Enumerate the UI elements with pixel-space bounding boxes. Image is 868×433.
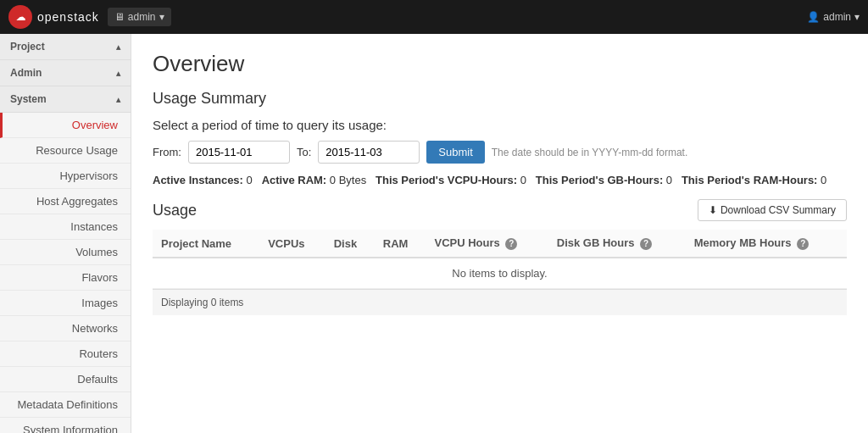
col-vcpu-hours: VCPU Hours ? xyxy=(426,230,548,258)
logo-icon: ☁ xyxy=(8,5,32,29)
from-label: From: xyxy=(153,146,181,158)
admin-menu-button[interactable]: 🖥 admin ▾ xyxy=(108,8,171,26)
sidebar-item-images[interactable]: Images xyxy=(0,291,131,316)
date-hint: The date should be in YYYY-mm-dd format. xyxy=(492,147,687,158)
usage-table: Project Name VCPUs Disk RAM VCPU Hours ?… xyxy=(153,230,847,289)
ram-hours-label: This Period's RAM-Hours: xyxy=(682,174,818,186)
col-disk: Disk xyxy=(326,230,375,258)
no-items-row: No items to display. xyxy=(153,258,847,289)
col-memory-mb-hours: Memory MB Hours ? xyxy=(686,230,847,258)
admin-menu-caret: ▾ xyxy=(159,11,164,23)
sidebar-item-resource-usage[interactable]: Resource Usage xyxy=(0,138,131,164)
sidebar-item-host-aggregates[interactable]: Host Aggregates xyxy=(0,189,131,214)
sidebar-item-system-information[interactable]: System Information xyxy=(0,418,131,433)
sidebar-item-volumes[interactable]: Volumes xyxy=(0,240,131,265)
col-disk-gb-hours: Disk GB Hours ? xyxy=(548,230,686,258)
sidebar-item-instances[interactable]: Instances xyxy=(0,214,131,240)
sidebar-item-defaults[interactable]: Defaults xyxy=(0,367,131,392)
vcpu-hours-label: This Period's VCPU-Hours: xyxy=(376,174,517,186)
sidebar-project-header[interactable]: Project ▴ xyxy=(0,34,131,60)
sidebar-item-overview[interactable]: Overview xyxy=(0,113,131,138)
col-project-name: Project Name xyxy=(153,230,259,258)
user-icon: 👤 xyxy=(807,11,820,23)
admin-menu-label: admin xyxy=(128,11,156,23)
sidebar-admin-header[interactable]: Admin ▴ xyxy=(0,60,131,86)
sidebar-item-hypervisors[interactable]: Hypervisors xyxy=(0,164,131,189)
sidebar-system-header[interactable]: System ▴ xyxy=(0,86,131,113)
admin-caret: ▴ xyxy=(116,69,120,78)
download-label: Download CSV Summary xyxy=(721,204,836,216)
to-date-input[interactable] xyxy=(318,141,420,164)
usage-summary-title: Usage Summary xyxy=(153,90,847,108)
disk-gb-hours-info-icon: ? xyxy=(640,238,652,250)
openstack-logo: ☁ openstack xyxy=(8,5,99,29)
logo-text: openstack xyxy=(37,10,99,24)
sidebar-item-flavors[interactable]: Flavors xyxy=(0,265,131,291)
top-navbar: ☁ openstack 🖥 admin ▾ 👤 admin ▾ xyxy=(0,0,868,34)
table-footer: Displaying 0 items xyxy=(153,289,847,315)
col-ram: RAM xyxy=(375,230,426,258)
table-header-row: Project Name VCPUs Disk RAM VCPU Hours ?… xyxy=(153,230,847,258)
user-menu[interactable]: 👤 admin ▾ xyxy=(807,11,860,23)
sidebar-item-networks[interactable]: Networks xyxy=(0,316,131,341)
usage-header: Usage ⬇ Download CSV Summary xyxy=(153,199,847,221)
user-menu-label: admin xyxy=(823,11,851,23)
from-date-input[interactable] xyxy=(188,141,290,164)
system-caret: ▴ xyxy=(116,95,120,104)
stats-row: Active Instances: 0 Active RAM: 0 Bytes … xyxy=(153,174,847,186)
active-instances-label: Active Instances: xyxy=(153,174,243,186)
server-icon: 🖥 xyxy=(114,11,125,23)
date-form-row: From: To: Submit The date should be in Y… xyxy=(153,141,847,164)
col-vcpus: VCPUs xyxy=(259,230,326,258)
page-title: Overview xyxy=(153,51,847,77)
project-label: Project xyxy=(10,41,45,53)
user-menu-caret: ▾ xyxy=(854,11,860,23)
sidebar: Project ▴ Admin ▴ System ▴ OverviewResou… xyxy=(0,34,131,433)
active-ram-label: Active RAM: xyxy=(262,174,327,186)
vcpu-hours-info-icon: ? xyxy=(505,238,517,250)
content-area: Overview Usage Summary Select a period o… xyxy=(131,34,868,433)
navbar-left: ☁ openstack 🖥 admin ▾ xyxy=(8,5,171,29)
system-label: System xyxy=(10,93,47,105)
main-layout: Project ▴ Admin ▴ System ▴ OverviewResou… xyxy=(0,34,868,433)
no-items-cell: No items to display. xyxy=(153,258,847,289)
gb-hours-label: This Period's GB-Hours: xyxy=(536,174,663,186)
memory-mb-hours-info-icon: ? xyxy=(797,238,809,250)
project-caret: ▴ xyxy=(116,42,120,52)
to-label: To: xyxy=(297,146,311,158)
usage-title: Usage xyxy=(153,202,197,219)
sidebar-item-routers[interactable]: Routers xyxy=(0,341,131,367)
navbar-right: 👤 admin ▾ xyxy=(807,11,860,23)
admin-label: Admin xyxy=(10,67,42,79)
download-csv-button[interactable]: ⬇ Download CSV Summary xyxy=(698,199,847,221)
download-icon: ⬇ xyxy=(709,204,717,216)
period-label: Select a period of time to query its usa… xyxy=(153,118,847,132)
submit-button[interactable]: Submit xyxy=(426,141,484,164)
sidebar-item-metadata-definitions[interactable]: Metadata Definitions xyxy=(0,392,131,418)
